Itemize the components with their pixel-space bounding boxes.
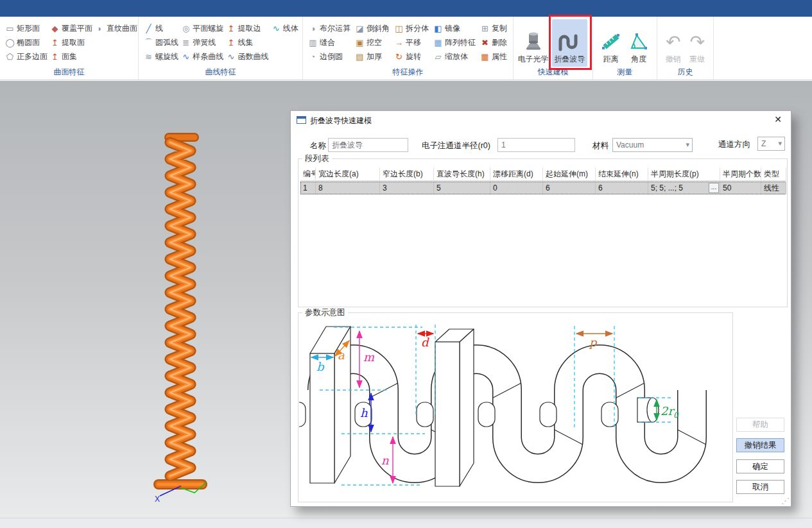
more-button[interactable]: ... xyxy=(709,183,719,193)
ribbon-item-icon: ◆ xyxy=(50,24,60,33)
ribbon-item[interactable]: ◔ 边倒圆 xyxy=(308,49,352,64)
ribbon-item[interactable]: ╱ 线 xyxy=(144,21,178,35)
cancel-button[interactable]: 取消 xyxy=(736,480,784,494)
ribbon-item-icon: ∿ xyxy=(227,52,236,62)
ribbon-group-surface-features: ▭ 矩形面 ◯ 椭圆面 ⬠ 正多边面 ◆ 覆盖平面 xyxy=(0,17,139,80)
ribbon-item-icon: ◗ xyxy=(95,24,105,33)
folded-waveguide-dialog: 折叠波导快速建模 ✕ 名称 电子注通道半径(r0) 材料 Vacuum ▾ 通道… xyxy=(290,110,791,507)
ribbon-item[interactable]: ◪ 倒斜角 xyxy=(355,21,392,35)
ribbon-item[interactable]: ◗ 直纹曲面 xyxy=(95,21,137,35)
channel-direction-select[interactable]: Z ▾ xyxy=(757,137,785,151)
col-header: 编号 xyxy=(300,167,316,181)
ribbon-item-label: 线体 xyxy=(283,23,298,34)
group-label-measure: 测量 xyxy=(593,67,657,78)
ribbon-item[interactable]: ≋ 螺旋线 xyxy=(144,49,178,64)
electron-optics-label: 电子光学 xyxy=(518,54,549,65)
undo-button[interactable]: ↶ 撤销 xyxy=(662,19,684,67)
distance-button[interactable]: 距离 xyxy=(598,19,624,67)
folded-waveguide-button[interactable]: 折叠波导 xyxy=(552,19,587,67)
ribbon-item[interactable]: ⊞ 复制 xyxy=(480,21,509,35)
ribbon-item[interactable]: ▤ 加厚 xyxy=(355,49,392,64)
ribbon-item-label: 矩形面 xyxy=(17,23,40,34)
ribbon-item[interactable]: ↻ 旋转 xyxy=(394,49,431,64)
close-icon[interactable]: ✕ xyxy=(772,114,784,126)
redo-button[interactable]: ↷ 重做 xyxy=(687,19,709,67)
ribbon-item[interactable]: ◎ 平面螺旋 xyxy=(181,21,223,35)
col-header: 漂移距离(d) xyxy=(490,167,543,181)
ribbon-item-label: 缩放体 xyxy=(445,51,468,62)
dim-label-h: h xyxy=(360,406,368,420)
window-titlebar xyxy=(0,0,812,17)
ribbon-item[interactable]: → 平移 xyxy=(394,35,431,49)
ribbon-item[interactable]: ◧ 镜像 xyxy=(433,21,478,35)
ribbon-group-history: ↶ 撤销 ↷ 重做 历史 xyxy=(657,17,714,80)
group-label-quick-modeling: 快速建模 xyxy=(514,67,592,78)
ribbon-item[interactable]: ∿ 函数曲线 xyxy=(227,49,269,64)
ribbon-item[interactable]: ▦ 阵列特征 xyxy=(433,35,478,49)
channel-direction-label: 通道方向 xyxy=(718,139,750,150)
cell: 1 xyxy=(300,182,316,194)
ribbon-item[interactable]: ∿ 样条曲线 xyxy=(181,49,223,64)
ribbon-item[interactable]: ◫ 拆分体 xyxy=(394,21,431,35)
ribbon-item[interactable]: ⬠ 正多边面 xyxy=(5,49,48,64)
resize-grip-icon[interactable]: ⋰ xyxy=(781,496,790,506)
ribbon-item-label: 弹簧线 xyxy=(193,37,216,48)
ribbon-item[interactable]: ⌒ 圆弧线 xyxy=(144,35,178,49)
group-label-feature-ops: 特征操作 xyxy=(303,67,513,78)
ribbon-item-icon: ◯ xyxy=(5,38,15,47)
dim-label-n: n xyxy=(381,454,389,467)
name-input[interactable] xyxy=(328,138,408,152)
ribbon-item-label: 复制 xyxy=(492,23,507,34)
ribbon-item-label: 线集 xyxy=(238,37,254,48)
undo-result-button[interactable]: 撤销结果 xyxy=(736,438,784,452)
ribbon-item[interactable]: ▥ 缝合 xyxy=(308,35,352,49)
ribbon-item-icon: ↥ xyxy=(227,24,236,33)
ribbon-group-quick-modeling: 电子光学 折叠波导 快速建模 xyxy=(514,17,593,80)
help-button[interactable]: 帮助 xyxy=(736,418,784,432)
ribbon-item[interactable]: ∿ 线体 xyxy=(272,21,298,35)
ribbon-item-icon: ◑ xyxy=(308,24,318,33)
ribbon-item-label: 缝合 xyxy=(320,37,335,48)
ribbon-item[interactable]: ✖ 删除 xyxy=(480,35,509,49)
ribbon-item[interactable]: ▱ 缩放体 xyxy=(433,49,478,64)
ribbon-item[interactable]: ↥ 面集 xyxy=(50,49,92,64)
cell: 3 xyxy=(380,182,434,194)
dim-label-2r0: 2r0 xyxy=(661,404,679,420)
ribbon-item[interactable]: ▦ 属性 xyxy=(480,49,509,64)
ribbon-item[interactable]: ↥ 提取边 xyxy=(227,21,269,35)
electron-optics-button[interactable]: 电子光学 xyxy=(517,19,549,67)
ribbon-item[interactable]: ↥ 提取面 xyxy=(50,35,92,49)
col-header: 直波导长度(h) xyxy=(434,167,490,181)
ribbon-item-label: 边倒圆 xyxy=(320,51,343,62)
name-label: 名称 xyxy=(310,141,326,151)
ribbon-item[interactable]: ◆ 覆盖平面 xyxy=(50,21,92,35)
ribbon-item[interactable]: ▭ 矩形面 xyxy=(5,21,48,35)
material-select[interactable]: Vacuum ▾ xyxy=(612,138,693,152)
ribbon-item-icon: ▥ xyxy=(308,38,318,47)
ribbon-item[interactable]: ↥ 线集 xyxy=(227,35,269,49)
cell: 6 xyxy=(596,182,648,194)
ribbon-group-feature-ops: ◑ 布尔运算 ▥ 缝合 ◔ 边倒圆 ◪ 倒斜角 xyxy=(303,17,514,80)
ribbon-item-label: 覆盖平面 xyxy=(62,23,92,34)
parameter-diagram-groupbox: 参数示意图 xyxy=(298,312,733,502)
angle-button[interactable]: 角度 xyxy=(626,19,652,67)
ribbon-item-icon: ▦ xyxy=(480,52,490,62)
ribbon-item[interactable]: ◯ 椭圆面 xyxy=(5,35,48,49)
ribbon-item[interactable]: ◑ 布尔运算 xyxy=(308,21,352,35)
ok-button[interactable]: 确定 xyxy=(736,459,784,473)
col-header: 半周期个数 xyxy=(720,167,761,181)
beam-radius-input[interactable] xyxy=(497,138,575,152)
table-row[interactable]: 1 8 3 5 0 6 6 5; 5; ...; 5 ... 50 线性 xyxy=(300,182,786,194)
ribbon-item[interactable]: ≣ 弹簧线 xyxy=(181,35,223,49)
electron-optics-icon xyxy=(523,31,544,52)
ribbon-item-icon: ∿ xyxy=(181,52,191,62)
ribbon-item-icon: ⌒ xyxy=(144,38,153,47)
ribbon-item-icon: ≋ xyxy=(144,52,153,62)
ribbon-item[interactable]: ▣ 挖空 xyxy=(355,35,392,49)
ribbon-item-label: 镜像 xyxy=(445,23,460,34)
folded-waveguide-label: 折叠波导 xyxy=(554,54,585,65)
ribbon-item-label: 旋转 xyxy=(406,51,421,62)
col-header: 起始延伸(m) xyxy=(543,167,596,181)
ribbon-item-label: 函数曲线 xyxy=(238,51,269,62)
ribbon-item-icon: ✖ xyxy=(480,38,490,47)
